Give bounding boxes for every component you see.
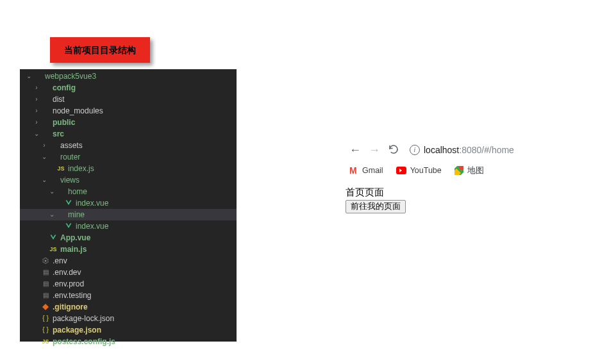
tree-item[interactable]: ▤.env.prod [20, 278, 237, 290]
tree-item[interactable]: ⌄mine [20, 209, 237, 220]
bookmark-youtube[interactable]: YouTube [396, 166, 442, 175]
tree-item[interactable]: ▤.env.testing [20, 290, 237, 301]
tree-item-label: config [53, 82, 76, 94]
tree-item-label: home [68, 186, 87, 197]
bookmark-gmail[interactable]: M Gmail [349, 166, 383, 175]
tree-item-label: src [53, 128, 64, 140]
tree-item[interactable]: index.vue [20, 197, 237, 209]
tree-item[interactable]: index.vue [20, 220, 237, 232]
tree-item-label: node_modules [53, 105, 103, 117]
tree-item[interactable]: { }package.json [20, 324, 237, 336]
tree-item-label: mine [68, 209, 85, 220]
chevron-down-icon: ⌄ [48, 186, 56, 197]
tree-item-label: .env.testing [53, 290, 91, 301]
tree-item-label: App.vue [60, 232, 90, 244]
tree-item[interactable]: ⌄router [20, 151, 237, 163]
chevron-down-icon: ⌄ [40, 151, 48, 163]
tree-item-label: index.js [68, 163, 94, 174]
tree-item-label: webpack5vue3 [45, 70, 96, 82]
tree-item-label: postcss.config.js [53, 336, 115, 347]
page-content: 首页页面 前往我的页面 [343, 180, 564, 220]
file-explorer: ⌄webpack5vue3›config›dist›node_modules›p… [20, 69, 237, 342]
tree-item[interactable]: ›public [20, 117, 237, 128]
tree-item[interactable]: ›node_modules [20, 105, 237, 117]
url-port: :8080 [459, 145, 481, 155]
tree-item[interactable]: JSindex.js [20, 163, 237, 174]
tree-item[interactable]: ›dist [20, 94, 237, 105]
chevron-right-icon: › [40, 140, 48, 151]
tree-item-label: package-lock.json [53, 313, 114, 324]
tree-item[interactable]: App.vue [20, 232, 237, 244]
tree-item-label: .env.dev [53, 267, 81, 278]
chevron-right-icon: › [33, 117, 40, 128]
tree-item[interactable]: JSpostcss.config.js [20, 336, 237, 347]
tree-item-label: index.vue [76, 220, 108, 232]
tree-item[interactable]: ▤.env.dev [20, 267, 237, 278]
bookmark-maps[interactable]: 地图 [454, 165, 484, 176]
tree-item-label: .env [53, 255, 67, 267]
navigate-button[interactable]: 前往我的页面 [346, 200, 406, 213]
tree-item[interactable]: { }package-lock.json [20, 313, 237, 324]
chevron-down-icon: ⌄ [48, 209, 56, 220]
tree-item[interactable]: ⌄webpack5vue3 [20, 70, 237, 82]
tree-item-label: dist [53, 94, 65, 105]
url-host: localhost [424, 145, 459, 155]
tree-item[interactable]: JSmain.js [20, 244, 237, 255]
chevron-down-icon: ⌄ [40, 174, 48, 186]
chevron-right-icon: › [33, 82, 40, 94]
browser-toolbar: ← → i localhost:8080/#/home [343, 139, 564, 161]
browser-window: ← → i localhost:8080/#/home M Gmail YouT… [343, 139, 564, 220]
bookmarks-bar: M Gmail YouTube 地图 [343, 161, 564, 180]
callout-label: 当前项目目录结构 [50, 37, 150, 63]
tree-item-label: .gitignore [53, 301, 88, 313]
bookmark-label: Gmail [362, 166, 383, 175]
tree-item[interactable]: .env [20, 255, 237, 267]
tree-item[interactable]: ⌄home [20, 186, 237, 197]
site-info-icon[interactable]: i [410, 145, 420, 155]
maps-icon [454, 166, 463, 175]
tree-item[interactable]: ›assets [20, 140, 237, 151]
page-heading: 首页页面 [346, 186, 562, 199]
gmail-icon: M [349, 166, 358, 175]
bookmark-label: YouTube [410, 166, 442, 175]
tree-item-label: .env.prod [53, 278, 84, 290]
tree-item[interactable]: .gitignore [20, 301, 237, 313]
youtube-icon [396, 167, 406, 174]
tree-item[interactable]: ›config [20, 82, 237, 94]
url-path: /#/home [481, 145, 514, 155]
tree-item-label: router [60, 151, 80, 163]
tree-item-label: package.json [53, 324, 101, 336]
chevron-right-icon: › [33, 94, 40, 105]
chevron-right-icon: › [33, 105, 40, 117]
chevron-down-icon: ⌄ [33, 128, 40, 140]
svg-point-0 [45, 260, 47, 262]
tree-item-label: public [53, 117, 75, 128]
tree-item-label: index.vue [76, 197, 108, 209]
tree-item[interactable]: ⌄src [20, 128, 237, 140]
forward-button[interactable]: → [369, 144, 380, 157]
back-button[interactable]: ← [349, 144, 361, 157]
reload-button[interactable] [388, 144, 399, 157]
address-bar[interactable]: localhost:8080/#/home [424, 145, 514, 155]
bookmark-label: 地图 [467, 165, 484, 176]
tree-item-label: views [60, 174, 79, 186]
tree-item-label: assets [60, 140, 83, 151]
tree-item-label: main.js [60, 244, 87, 255]
chevron-down-icon: ⌄ [25, 70, 33, 82]
tree-item[interactable]: ⌄views [20, 174, 237, 186]
